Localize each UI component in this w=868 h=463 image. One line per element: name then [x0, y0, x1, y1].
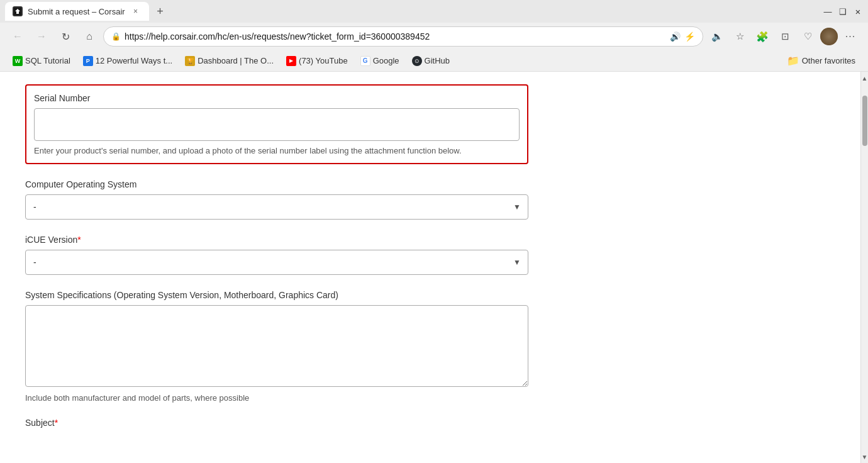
- bookmark-dashboard[interactable]: 🏆 Dashboard | The O...: [180, 53, 279, 69]
- other-favorites-label: Other favorites: [802, 56, 855, 65]
- tab-title: Submit a request – Corsair: [28, 7, 125, 16]
- nav-right-icons: 🔈 ☆ 🧩 ⊡ ♡ ···: [707, 26, 860, 47]
- icue-version-label: iCUE Version*: [25, 235, 528, 245]
- url-text: https://help.corsair.com/hc/en-us/reques…: [125, 31, 666, 42]
- favorites-icon: ☆: [736, 31, 744, 42]
- split-screen-button[interactable]: ⊡: [775, 26, 795, 47]
- system-specs-hint: Include both manufacturer and model of p…: [25, 393, 528, 403]
- refresh-icon: ↻: [62, 31, 70, 43]
- close-window-button[interactable]: ×: [853, 6, 863, 16]
- bookmark-google[interactable]: G Google: [355, 53, 404, 69]
- github-icon: ⊙: [412, 56, 422, 66]
- computer-os-select[interactable]: - Windows 11 Windows 10 Windows 8 Window…: [25, 194, 528, 220]
- bookmark-youtube[interactable]: ▶ (73) YouTube: [281, 53, 353, 69]
- page-wrapper: Serial Number Enter your product's seria…: [0, 72, 868, 463]
- computer-os-label: Computer Operating System: [25, 179, 528, 189]
- read-aloud-icon: 🔊: [670, 31, 681, 42]
- wallet-button[interactable]: ♡: [798, 26, 818, 47]
- tab-strip: Submit a request – Corsair × +: [5, 2, 169, 21]
- serial-number-group: Serial Number Enter your product's seria…: [25, 84, 528, 164]
- system-specs-group: System Specifications (Operating System …: [25, 290, 528, 403]
- serial-number-input[interactable]: [34, 108, 520, 141]
- scroll-up-arrow[interactable]: ▲: [861, 73, 869, 83]
- bookmark-12-powerful-ways[interactable]: P 12 Powerful Ways t...: [78, 53, 177, 69]
- home-button[interactable]: ⌂: [79, 26, 99, 47]
- icue-version-select-wrapper: - 4.x 3.x 2.x ▼: [25, 250, 528, 275]
- icue-version-required: *: [77, 235, 81, 245]
- minimize-button[interactable]: —: [823, 6, 833, 16]
- google-icon: G: [360, 56, 370, 66]
- 12-powerful-ways-label: 12 Powerful Ways t...: [96, 56, 172, 65]
- bookmarks-bar: W SQL Tutorial P 12 Powerful Ways t... 🏆…: [0, 50, 868, 72]
- favorites-button[interactable]: ☆: [730, 26, 750, 47]
- read-aloud-button[interactable]: 🔈: [707, 26, 727, 47]
- youtube-icon: ▶: [286, 56, 296, 66]
- extensions-button[interactable]: 🧩: [752, 26, 772, 47]
- subject-required: *: [55, 418, 58, 428]
- dashboard-icon: 🏆: [185, 56, 195, 66]
- scroll-thumb[interactable]: [862, 96, 867, 146]
- sql-tutorial-label: SQL Tutorial: [25, 56, 70, 65]
- computer-os-group: Computer Operating System - Windows 11 W…: [25, 179, 528, 220]
- folder-icon: 📁: [787, 55, 799, 67]
- system-specs-textarea[interactable]: [25, 305, 528, 387]
- other-favorites-button[interactable]: 📁 Other favorites: [782, 52, 860, 69]
- split-icon: ⊡: [781, 31, 789, 42]
- wallet-icon: ♡: [804, 31, 812, 42]
- tab-favicon: [13, 6, 23, 16]
- profile-avatar[interactable]: [820, 28, 838, 45]
- scroll-thumb-container: [861, 83, 868, 452]
- icue-version-select[interactable]: - 4.x 3.x 2.x: [25, 250, 528, 275]
- maximize-button[interactable]: ❑: [838, 6, 848, 16]
- 12-powerful-ways-icon: P: [83, 56, 93, 66]
- tab-close-button[interactable]: ×: [130, 6, 142, 17]
- forward-button[interactable]: →: [31, 26, 52, 47]
- back-icon: ←: [13, 31, 23, 42]
- bookmark-sql-tutorial[interactable]: W SQL Tutorial: [8, 53, 75, 69]
- scroll-down-arrow[interactable]: ▼: [861, 452, 869, 462]
- back-button[interactable]: ←: [8, 26, 28, 47]
- home-icon: ⌂: [86, 31, 92, 42]
- computer-os-select-wrapper: - Windows 11 Windows 10 Windows 8 Window…: [25, 194, 528, 220]
- scrollbar-track: ▲ ▼: [860, 72, 868, 463]
- refresh-button[interactable]: ↻: [55, 26, 75, 47]
- active-tab[interactable]: Submit a request – Corsair ×: [5, 2, 149, 21]
- serial-number-hint: Enter your product's serial number, and …: [34, 146, 520, 155]
- new-tab-button[interactable]: +: [152, 3, 169, 20]
- github-label: GitHub: [425, 56, 450, 65]
- title-bar: Submit a request – Corsair × + — ❑ ×: [0, 0, 868, 23]
- tracking-prevention-icon: ⚡: [684, 31, 695, 42]
- forward-icon: →: [36, 31, 47, 42]
- bookmark-github[interactable]: ⊙ GitHub: [407, 53, 455, 69]
- serial-number-label: Serial Number: [34, 93, 520, 103]
- extensions-icon: 🧩: [756, 31, 769, 43]
- subject-label: Subject*: [25, 418, 528, 428]
- lock-icon: 🔒: [111, 32, 121, 41]
- sql-tutorial-icon: W: [13, 56, 23, 66]
- window-controls: — ❑ ×: [823, 6, 863, 16]
- system-specs-label: System Specifications (Operating System …: [25, 290, 528, 300]
- subject-group: Subject*: [25, 418, 528, 428]
- icue-version-group: iCUE Version* - 4.x 3.x 2.x ▼: [25, 235, 528, 275]
- navigation-bar: ← → ↻ ⌂ 🔒 https://help.corsair.com/hc/en…: [0, 23, 868, 50]
- dashboard-label: Dashboard | The O...: [198, 56, 274, 65]
- address-bar[interactable]: 🔒 https://help.corsair.com/hc/en-us/requ…: [103, 26, 703, 47]
- page-content: Serial Number Enter your product's seria…: [0, 72, 860, 463]
- youtube-label: (73) YouTube: [299, 56, 348, 65]
- more-options-button[interactable]: ···: [840, 26, 860, 47]
- form-section: Serial Number Enter your product's seria…: [25, 84, 528, 428]
- google-label: Google: [373, 56, 399, 65]
- read-aloud-nav-icon: 🔈: [711, 31, 723, 42]
